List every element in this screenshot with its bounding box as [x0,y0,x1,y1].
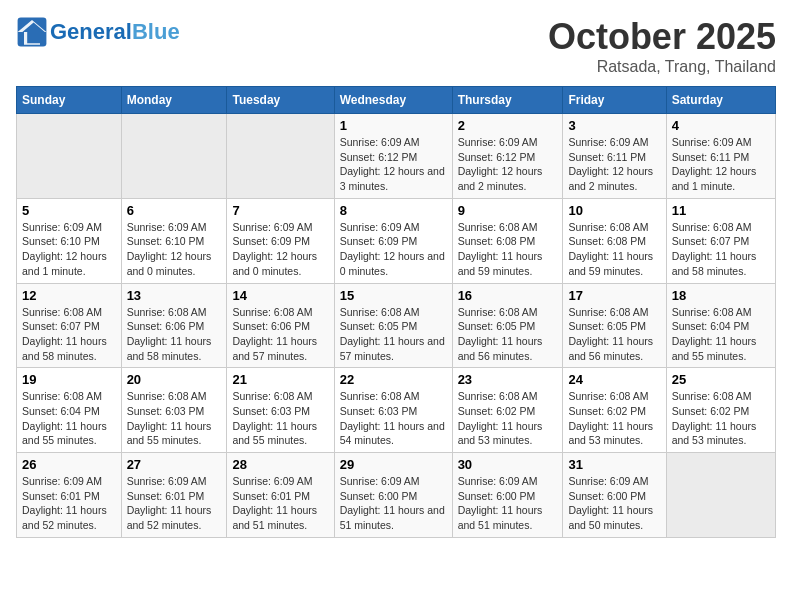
calendar-cell: 12Sunrise: 6:08 AM Sunset: 6:07 PM Dayli… [17,283,122,368]
calendar-cell: 2Sunrise: 6:09 AM Sunset: 6:12 PM Daylig… [452,114,563,199]
calendar-cell: 28Sunrise: 6:09 AM Sunset: 6:01 PM Dayli… [227,453,334,538]
logo-blue: Blue [132,19,180,44]
day-number: 2 [458,118,558,133]
calendar-header-row: SundayMondayTuesdayWednesdayThursdayFrid… [17,87,776,114]
day-number: 8 [340,203,447,218]
day-number: 22 [340,372,447,387]
day-header-thursday: Thursday [452,87,563,114]
day-info: Sunrise: 6:08 AM Sunset: 6:08 PM Dayligh… [458,220,558,279]
calendar-cell: 31Sunrise: 6:09 AM Sunset: 6:00 PM Dayli… [563,453,666,538]
title-block: October 2025 Ratsada, Trang, Thailand [548,16,776,76]
day-info: Sunrise: 6:09 AM Sunset: 6:11 PM Dayligh… [568,135,660,194]
calendar-week-4: 19Sunrise: 6:08 AM Sunset: 6:04 PM Dayli… [17,368,776,453]
calendar-cell: 8Sunrise: 6:09 AM Sunset: 6:09 PM Daylig… [334,198,452,283]
calendar-week-5: 26Sunrise: 6:09 AM Sunset: 6:01 PM Dayli… [17,453,776,538]
day-number: 21 [232,372,328,387]
day-header-monday: Monday [121,87,227,114]
logo-general: General [50,19,132,44]
day-number: 14 [232,288,328,303]
day-number: 25 [672,372,770,387]
day-info: Sunrise: 6:09 AM Sunset: 6:00 PM Dayligh… [458,474,558,533]
day-number: 7 [232,203,328,218]
calendar-cell: 17Sunrise: 6:08 AM Sunset: 6:05 PM Dayli… [563,283,666,368]
day-number: 26 [22,457,116,472]
day-info: Sunrise: 6:09 AM Sunset: 6:12 PM Dayligh… [340,135,447,194]
location: Ratsada, Trang, Thailand [548,58,776,76]
day-number: 9 [458,203,558,218]
calendar-cell: 6Sunrise: 6:09 AM Sunset: 6:10 PM Daylig… [121,198,227,283]
calendar-week-3: 12Sunrise: 6:08 AM Sunset: 6:07 PM Dayli… [17,283,776,368]
day-info: Sunrise: 6:08 AM Sunset: 6:02 PM Dayligh… [458,389,558,448]
day-info: Sunrise: 6:08 AM Sunset: 6:02 PM Dayligh… [672,389,770,448]
day-info: Sunrise: 6:09 AM Sunset: 6:11 PM Dayligh… [672,135,770,194]
day-number: 15 [340,288,447,303]
logo-text: GeneralBlue [50,21,180,43]
calendar-cell: 20Sunrise: 6:08 AM Sunset: 6:03 PM Dayli… [121,368,227,453]
day-header-saturday: Saturday [666,87,775,114]
day-number: 12 [22,288,116,303]
day-header-wednesday: Wednesday [334,87,452,114]
calendar-cell: 27Sunrise: 6:09 AM Sunset: 6:01 PM Dayli… [121,453,227,538]
day-number: 18 [672,288,770,303]
calendar-cell: 3Sunrise: 6:09 AM Sunset: 6:11 PM Daylig… [563,114,666,199]
calendar-cell: 11Sunrise: 6:08 AM Sunset: 6:07 PM Dayli… [666,198,775,283]
day-info: Sunrise: 6:08 AM Sunset: 6:03 PM Dayligh… [127,389,222,448]
calendar-cell: 16Sunrise: 6:08 AM Sunset: 6:05 PM Dayli… [452,283,563,368]
day-info: Sunrise: 6:09 AM Sunset: 6:01 PM Dayligh… [22,474,116,533]
calendar-cell: 1Sunrise: 6:09 AM Sunset: 6:12 PM Daylig… [334,114,452,199]
day-number: 3 [568,118,660,133]
calendar-week-2: 5Sunrise: 6:09 AM Sunset: 6:10 PM Daylig… [17,198,776,283]
calendar-cell: 23Sunrise: 6:08 AM Sunset: 6:02 PM Dayli… [452,368,563,453]
day-info: Sunrise: 6:09 AM Sunset: 6:00 PM Dayligh… [340,474,447,533]
day-info: Sunrise: 6:08 AM Sunset: 6:04 PM Dayligh… [672,305,770,364]
calendar-cell: 19Sunrise: 6:08 AM Sunset: 6:04 PM Dayli… [17,368,122,453]
day-number: 20 [127,372,222,387]
day-info: Sunrise: 6:08 AM Sunset: 6:05 PM Dayligh… [458,305,558,364]
day-info: Sunrise: 6:09 AM Sunset: 6:10 PM Dayligh… [22,220,116,279]
day-number: 11 [672,203,770,218]
day-number: 29 [340,457,447,472]
calendar-cell: 7Sunrise: 6:09 AM Sunset: 6:09 PM Daylig… [227,198,334,283]
calendar-cell: 29Sunrise: 6:09 AM Sunset: 6:00 PM Dayli… [334,453,452,538]
calendar-week-1: 1Sunrise: 6:09 AM Sunset: 6:12 PM Daylig… [17,114,776,199]
day-info: Sunrise: 6:09 AM Sunset: 6:12 PM Dayligh… [458,135,558,194]
page-header: GeneralBlue October 2025 Ratsada, Trang,… [16,16,776,76]
day-number: 5 [22,203,116,218]
day-info: Sunrise: 6:08 AM Sunset: 6:03 PM Dayligh… [232,389,328,448]
calendar-cell: 25Sunrise: 6:08 AM Sunset: 6:02 PM Dayli… [666,368,775,453]
day-header-sunday: Sunday [17,87,122,114]
day-info: Sunrise: 6:08 AM Sunset: 6:04 PM Dayligh… [22,389,116,448]
calendar-cell: 14Sunrise: 6:08 AM Sunset: 6:06 PM Dayli… [227,283,334,368]
logo: GeneralBlue [16,16,180,48]
day-info: Sunrise: 6:08 AM Sunset: 6:07 PM Dayligh… [672,220,770,279]
calendar-cell: 22Sunrise: 6:08 AM Sunset: 6:03 PM Dayli… [334,368,452,453]
day-number: 4 [672,118,770,133]
day-number: 6 [127,203,222,218]
day-info: Sunrise: 6:08 AM Sunset: 6:02 PM Dayligh… [568,389,660,448]
day-number: 1 [340,118,447,133]
calendar-cell: 21Sunrise: 6:08 AM Sunset: 6:03 PM Dayli… [227,368,334,453]
day-number: 17 [568,288,660,303]
day-info: Sunrise: 6:09 AM Sunset: 6:10 PM Dayligh… [127,220,222,279]
day-info: Sunrise: 6:08 AM Sunset: 6:06 PM Dayligh… [232,305,328,364]
calendar-cell: 24Sunrise: 6:08 AM Sunset: 6:02 PM Dayli… [563,368,666,453]
day-info: Sunrise: 6:09 AM Sunset: 6:09 PM Dayligh… [340,220,447,279]
day-number: 24 [568,372,660,387]
general-blue-icon [16,16,48,48]
day-info: Sunrise: 6:09 AM Sunset: 6:01 PM Dayligh… [127,474,222,533]
calendar-cell: 5Sunrise: 6:09 AM Sunset: 6:10 PM Daylig… [17,198,122,283]
calendar-cell: 13Sunrise: 6:08 AM Sunset: 6:06 PM Dayli… [121,283,227,368]
calendar-cell: 9Sunrise: 6:08 AM Sunset: 6:08 PM Daylig… [452,198,563,283]
day-number: 27 [127,457,222,472]
calendar-cell: 18Sunrise: 6:08 AM Sunset: 6:04 PM Dayli… [666,283,775,368]
month-title: October 2025 [548,16,776,58]
day-number: 30 [458,457,558,472]
day-info: Sunrise: 6:08 AM Sunset: 6:05 PM Dayligh… [340,305,447,364]
calendar-cell: 10Sunrise: 6:08 AM Sunset: 6:08 PM Dayli… [563,198,666,283]
calendar-cell [17,114,122,199]
day-number: 28 [232,457,328,472]
calendar-table: SundayMondayTuesdayWednesdayThursdayFrid… [16,86,776,538]
day-info: Sunrise: 6:09 AM Sunset: 6:00 PM Dayligh… [568,474,660,533]
calendar-cell: 30Sunrise: 6:09 AM Sunset: 6:00 PM Dayli… [452,453,563,538]
day-info: Sunrise: 6:08 AM Sunset: 6:03 PM Dayligh… [340,389,447,448]
